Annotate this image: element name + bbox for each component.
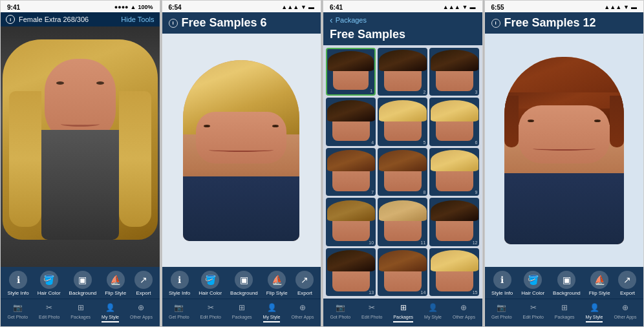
other-apps-label-4: Other Apps: [614, 315, 636, 319]
grid-cell-9[interactable]: 9: [429, 148, 479, 196]
screen-3: ‹ Packages Free Samples 1 2 3 4 5: [323, 12, 482, 326]
grid-cell-13[interactable]: 13: [326, 248, 376, 296]
mini-hair-15: [431, 250, 478, 271]
info-icon-4[interactable]: i: [491, 19, 500, 28]
hair-side-right-4: [610, 96, 624, 147]
tab-packages-1[interactable]: ⊞ Packages: [70, 302, 91, 322]
photo-area-1: ‹ ›: [1, 12, 160, 267]
edit-photo-icon-1: ✂: [42, 302, 56, 313]
grid-cell-14[interactable]: 14: [378, 248, 427, 296]
tool-background-2[interactable]: ▣ Background: [230, 271, 258, 296]
background-icon-2: ▣: [235, 271, 253, 289]
tab-other-apps-1[interactable]: ⊕ Other Apps: [130, 302, 153, 322]
app-header-4: i Free Samples 12: [485, 12, 644, 34]
get-photo-icon-2: 📷: [172, 302, 186, 313]
flip-style-label-4: Flip Style: [589, 290, 610, 296]
edit-photo-label-4: Edit Photo: [523, 315, 544, 319]
sub-header-3: Free Samples: [323, 26, 482, 45]
back-label-3[interactable]: Packages: [336, 16, 367, 24]
grid-cell-7[interactable]: 7: [326, 148, 376, 196]
grid-cell-6[interactable]: 6: [429, 98, 479, 145]
tool-export-2[interactable]: ↗ Export: [295, 271, 314, 296]
tab-get-photo-2[interactable]: 📷 Get Photo: [169, 302, 189, 322]
tab-other-apps-3[interactable]: ⊕ Other Apps: [453, 302, 475, 322]
tool-background-1[interactable]: ▣ Background: [69, 271, 97, 296]
tool-hair-color-2[interactable]: 🪣 Hair Color: [199, 271, 222, 296]
packages-label-3: Packages: [393, 315, 413, 319]
tab-packages-3[interactable]: ⊞ Packages: [393, 302, 413, 322]
cell-num-12: 12: [473, 240, 478, 245]
phone-3: 6:41 ▲▲▲ ▼ ▬ ‹ Packages Free Samples 1 2…: [323, 0, 483, 327]
tool-style-info-4[interactable]: ℹ Style Info: [491, 271, 513, 296]
signal-icon-1: ●●●●: [114, 4, 129, 10]
grid-cell-3[interactable]: 3: [429, 48, 479, 96]
mini-person-5: [384, 103, 422, 142]
mini-hair-8: [379, 150, 427, 171]
tab-got-photo-3[interactable]: 📷 Got Photo: [330, 302, 351, 322]
tab-my-style-1[interactable]: 👤 My Style: [102, 302, 119, 322]
edit-photo-label-2: Edit Photo: [200, 315, 221, 319]
grid-cell-15[interactable]: 15: [429, 248, 479, 296]
back-chevron-3[interactable]: ‹: [330, 15, 333, 25]
tool-style-info-1[interactable]: ℹ Style Info: [7, 271, 28, 296]
mini-hair-3: [431, 50, 478, 71]
packages-icon-1: ⊞: [74, 302, 88, 313]
page-title-4: Free Samples 12: [504, 16, 596, 30]
mini-hair-4: [327, 100, 375, 121]
my-style-label-2: My Style: [263, 315, 281, 319]
export-icon-4: ↗: [618, 271, 636, 289]
background-icon-1: ▣: [74, 271, 92, 289]
wifi-icon-2: ▼: [301, 4, 306, 10]
tool-export-1[interactable]: ↗ Export: [134, 271, 153, 296]
other-apps-label-1: Other Apps: [130, 315, 153, 319]
tab-packages-4[interactable]: ⊞ Packages: [555, 302, 575, 322]
grid-cell-12[interactable]: 12: [429, 198, 479, 246]
tab-my-style-2[interactable]: 👤 My Style: [263, 302, 281, 322]
tool-flip-style-2[interactable]: ⛵ Flip Style: [266, 271, 288, 296]
tab-edit-photo-1[interactable]: ✂ Edit Photo: [39, 302, 59, 322]
export-icon-2: ↗: [295, 271, 314, 289]
screen-title-1: Female Extra 268/306: [19, 16, 117, 23]
cell-num-4: 4: [371, 140, 374, 145]
mini-person-12: [436, 203, 473, 242]
cell-num-8: 8: [423, 190, 425, 195]
tab-other-apps-4[interactable]: ⊕ Other Apps: [614, 302, 636, 322]
tab-get-photo-1[interactable]: 📷 Get Photo: [8, 302, 28, 322]
hair-color-icon-1: 🪣: [40, 271, 58, 289]
app-header-3: ‹ Packages: [323, 12, 482, 26]
style-info-icon-4: ℹ: [493, 271, 511, 289]
tab-edit-photo-4[interactable]: ✂ Edit Photo: [523, 302, 544, 322]
tab-edit-photo-2[interactable]: ✂ Edit Photo: [200, 302, 221, 322]
grid-cell-11[interactable]: 11: [378, 198, 427, 246]
tab-other-apps-2[interactable]: ⊕ Other Apps: [291, 302, 314, 322]
flip-style-icon-4: ⛵: [590, 271, 608, 289]
grid-cell-4[interactable]: 4: [326, 98, 376, 145]
wifi-icon-1: ▲: [131, 4, 136, 10]
tool-hair-color-1[interactable]: 🪣 Hair Color: [38, 271, 61, 296]
hide-tools-btn[interactable]: Hide Tools: [121, 16, 154, 23]
phone-1: 9:41 ●●●● ▲ 100% i Female Extra 268/306 …: [0, 0, 160, 327]
bottom-tabs-2: 📷 Get Photo ✂ Edit Photo ⊞ Packages 👤 My…: [162, 299, 321, 326]
info-icon-2[interactable]: i: [169, 19, 178, 28]
grid-cell-1[interactable]: 1: [326, 48, 376, 96]
tool-flip-style-1[interactable]: ⛵ Flip Style: [105, 271, 126, 296]
tool-export-4[interactable]: ↗ Export: [618, 271, 636, 296]
grid-cell-5[interactable]: 5: [378, 98, 427, 145]
grid-cell-8[interactable]: 8: [378, 148, 427, 196]
mini-hair-12: [431, 200, 478, 222]
tab-get-photo-4[interactable]: 📷 Get Photo: [491, 302, 512, 322]
tab-my-style-3[interactable]: 👤 My Style: [424, 302, 442, 322]
tab-packages-2[interactable]: ⊞ Packages: [232, 302, 252, 322]
tool-style-info-2[interactable]: ℹ Style Info: [169, 271, 190, 296]
tool-background-4[interactable]: ▣ Background: [553, 271, 581, 296]
tool-flip-style-4[interactable]: ⛵ Flip Style: [589, 271, 610, 296]
my-style-label-3: My Style: [424, 315, 442, 319]
eye-right-1: [96, 81, 104, 85]
tab-edit-photo-3[interactable]: ✂ Edit Photo: [361, 302, 382, 322]
tool-hair-color-4[interactable]: 🪣 Hair Color: [521, 271, 544, 296]
my-style-icon-1: 👤: [103, 302, 118, 313]
info-icon-1[interactable]: i: [6, 15, 15, 24]
grid-cell-10[interactable]: 10: [326, 198, 376, 246]
grid-cell-2[interactable]: 2: [378, 48, 427, 96]
tab-my-style-4[interactable]: 👤 My Style: [586, 302, 603, 322]
